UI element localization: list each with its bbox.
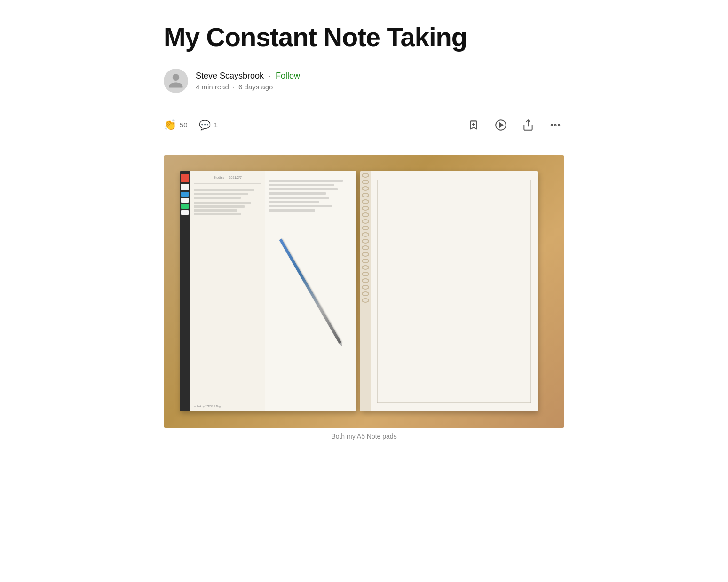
actions-right bbox=[465, 116, 564, 134]
pencil bbox=[279, 239, 342, 344]
page-right bbox=[265, 171, 356, 411]
notebook-right bbox=[360, 171, 537, 411]
listen-button[interactable] bbox=[492, 116, 510, 134]
meta-dot: · bbox=[233, 83, 235, 91]
image-caption: Both my A5 Note pads bbox=[164, 433, 564, 440]
author-info: Steve Scaysbrook · Follow 4 min read · 6… bbox=[196, 71, 300, 91]
page-left: Studies 2021/2/7 bbox=[190, 171, 265, 411]
actions-left: 👏 50 💬 1 bbox=[164, 119, 218, 131]
clap-action[interactable]: 👏 50 bbox=[164, 119, 188, 131]
actions-bar: 👏 50 💬 1 bbox=[164, 110, 564, 140]
play-circle-icon bbox=[495, 119, 507, 131]
bookmark-add-icon bbox=[467, 119, 480, 131]
notebook-pages: Studies 2021/2/7 bbox=[190, 171, 356, 411]
svg-marker-3 bbox=[500, 123, 503, 127]
article-image: Studies 2021/2/7 bbox=[164, 155, 564, 428]
more-options-icon bbox=[549, 119, 562, 131]
comment-icon: 💬 bbox=[199, 119, 211, 131]
read-time: 4 min read bbox=[196, 83, 229, 91]
author-name: Steve Scaysbrook bbox=[196, 71, 264, 81]
spiral-binding bbox=[360, 171, 371, 411]
more-options-button[interactable] bbox=[546, 116, 564, 134]
page-line-left bbox=[377, 180, 378, 402]
follow-button[interactable]: Follow bbox=[276, 71, 300, 81]
comment-action[interactable]: 💬 1 bbox=[199, 119, 218, 131]
article-title: My Constant Note Taking bbox=[164, 23, 564, 52]
clap-icon: 👏 bbox=[164, 119, 176, 131]
published-time: 6 days ago bbox=[238, 83, 273, 91]
page-line-right bbox=[530, 180, 531, 402]
name-dot: · bbox=[269, 71, 271, 81]
author-name-row: Steve Scaysbrook · Follow bbox=[196, 71, 300, 81]
comment-count: 1 bbox=[214, 121, 218, 129]
page-line-top bbox=[377, 180, 530, 180]
author-avatar bbox=[164, 69, 188, 93]
page-line-bottom bbox=[377, 402, 530, 403]
notebook-right-page bbox=[371, 171, 537, 411]
article-meta: 4 min read · 6 days ago bbox=[196, 83, 300, 91]
svg-point-7 bbox=[558, 124, 560, 126]
share-button[interactable] bbox=[519, 116, 537, 134]
article-image-container: Studies 2021/2/7 bbox=[164, 155, 564, 440]
notebooks-scene: Studies 2021/2/7 bbox=[180, 171, 548, 411]
svg-point-5 bbox=[551, 124, 553, 126]
notebook-spine bbox=[180, 171, 190, 411]
share-icon bbox=[522, 119, 534, 131]
save-button[interactable] bbox=[465, 116, 483, 134]
page-date: Studies 2021/2/7 bbox=[194, 176, 261, 179]
notebook-left: Studies 2021/2/7 bbox=[180, 171, 356, 411]
clap-count: 50 bbox=[180, 121, 188, 129]
author-section: Steve Scaysbrook · Follow 4 min read · 6… bbox=[164, 69, 564, 93]
svg-point-6 bbox=[554, 124, 556, 126]
